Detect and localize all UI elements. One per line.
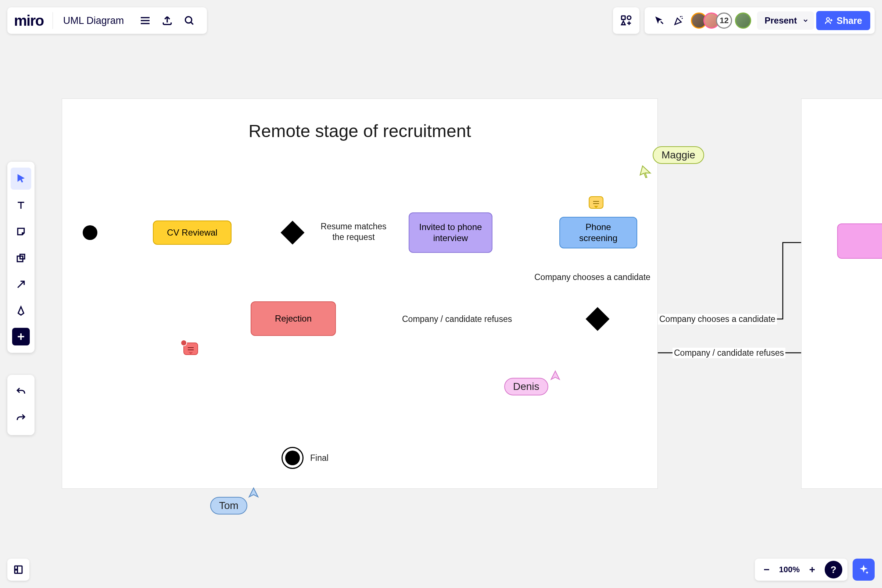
cursor-tag-denis: Denis bbox=[504, 378, 548, 395]
node-label: Rejection bbox=[275, 313, 312, 324]
apps-icon bbox=[620, 14, 633, 27]
text-icon bbox=[15, 200, 27, 211]
node-label: Phone screening bbox=[566, 222, 631, 244]
share-button[interactable]: Share bbox=[816, 11, 870, 30]
edge-label-resume-matches: Resume matches the request bbox=[317, 221, 390, 243]
hamburger-icon bbox=[139, 15, 151, 27]
present-button[interactable]: Present bbox=[757, 11, 814, 30]
node-phone-screening[interactable]: Phone screening bbox=[560, 217, 637, 248]
tool-pen[interactable] bbox=[10, 300, 31, 322]
cursor-tag-tom: Tom bbox=[210, 497, 248, 514]
search-button[interactable] bbox=[180, 12, 198, 29]
search-icon bbox=[183, 15, 195, 27]
cursor-denis-icon bbox=[549, 369, 561, 381]
tool-sticky-note[interactable] bbox=[10, 220, 31, 243]
svg-point-28 bbox=[16, 569, 17, 570]
minus-icon bbox=[762, 565, 771, 574]
tool-text[interactable] bbox=[10, 194, 31, 216]
bottom-right-group: 100% ? bbox=[755, 559, 874, 580]
reactions-button[interactable] bbox=[670, 11, 688, 30]
node-label: CV Reviewal bbox=[167, 227, 217, 238]
chevron-down-icon bbox=[802, 17, 809, 24]
cursor-mode-button[interactable] bbox=[650, 11, 668, 30]
frame-main[interactable]: Remote stage of recruitment bbox=[62, 99, 658, 489]
tool-arrow[interactable] bbox=[10, 273, 31, 296]
cursor-tom-icon bbox=[247, 486, 260, 499]
svg-line-16 bbox=[191, 22, 193, 24]
divider bbox=[52, 12, 53, 29]
undo-icon bbox=[15, 386, 27, 397]
left-toolbar bbox=[8, 162, 34, 353]
pointer-icon bbox=[15, 173, 27, 184]
menu-button[interactable] bbox=[136, 12, 154, 29]
node-label: Invited to phone interview bbox=[415, 222, 486, 244]
cursor-tag-maggie: Maggie bbox=[652, 146, 704, 164]
top-right-group: 12 Present Share bbox=[613, 8, 874, 34]
export-button[interactable] bbox=[158, 12, 176, 29]
frames-panel-button[interactable] bbox=[8, 559, 29, 580]
share-label: Share bbox=[837, 15, 862, 26]
zoom-in-button[interactable] bbox=[803, 561, 821, 579]
end-label: Final bbox=[309, 453, 330, 464]
tool-add-more[interactable] bbox=[12, 328, 30, 345]
pen-icon bbox=[15, 305, 27, 316]
zoom-out-button[interactable] bbox=[758, 561, 776, 579]
svg-point-20 bbox=[826, 18, 830, 21]
person-plus-icon bbox=[824, 16, 833, 25]
redo-icon bbox=[15, 413, 27, 424]
cursor-arrow-icon bbox=[653, 15, 664, 26]
edge-label-company-chooses-2: Company chooses a candidate bbox=[658, 314, 777, 324]
svg-rect-17 bbox=[622, 16, 626, 20]
end-node[interactable] bbox=[282, 447, 303, 469]
help-button[interactable]: ? bbox=[825, 561, 842, 579]
avatar-overflow-count[interactable]: 12 bbox=[716, 12, 732, 28]
shapes-icon bbox=[15, 252, 27, 264]
board-title[interactable]: UML Diagram bbox=[54, 15, 135, 27]
undo-button[interactable] bbox=[10, 381, 31, 403]
zoom-controls: 100% ? bbox=[755, 559, 848, 580]
tool-select[interactable] bbox=[10, 168, 31, 190]
svg-point-18 bbox=[627, 16, 631, 20]
node-rejection[interactable]: Rejection bbox=[250, 302, 336, 336]
ai-assist-button[interactable] bbox=[853, 559, 874, 580]
miro-logo[interactable]: miro bbox=[14, 12, 52, 29]
collab-group: 12 Present Share bbox=[645, 8, 874, 34]
present-label: Present bbox=[764, 15, 797, 26]
comment-indicator-unread[interactable] bbox=[183, 342, 198, 355]
apps-button[interactable] bbox=[613, 8, 639, 34]
comment-indicator-phone-screening[interactable] bbox=[589, 196, 603, 209]
top-left-group: miro UML Diagram bbox=[8, 8, 207, 34]
svg-line-19 bbox=[661, 22, 663, 24]
party-icon bbox=[673, 15, 685, 27]
history-toolbar bbox=[8, 375, 34, 435]
sparkle-icon bbox=[858, 564, 870, 576]
redo-button[interactable] bbox=[10, 407, 31, 429]
plus-icon bbox=[15, 331, 27, 342]
frame-secondary[interactable] bbox=[801, 99, 882, 489]
cursor-maggie-icon bbox=[639, 165, 652, 178]
plus-icon bbox=[808, 565, 817, 574]
node-invited-phone[interactable]: Invited to phone interview bbox=[409, 212, 492, 253]
svg-point-15 bbox=[186, 16, 192, 23]
edge-label-company-chooses-1: Company chooses a candidate bbox=[533, 272, 652, 283]
svg-line-23 bbox=[18, 281, 24, 288]
frame-title[interactable]: Remote stage of recruitment bbox=[62, 121, 657, 141]
collaborator-avatars[interactable]: 12 bbox=[691, 12, 751, 28]
tool-shapes[interactable] bbox=[10, 247, 31, 269]
node-cv-reviewal[interactable]: CV Reviewal bbox=[153, 220, 231, 245]
avatar-user-self[interactable] bbox=[735, 12, 751, 28]
edge-label-company-refuses-1: Company / candidate refuses bbox=[400, 314, 513, 324]
start-node[interactable] bbox=[82, 225, 98, 240]
arrow-icon bbox=[15, 279, 27, 290]
panel-icon bbox=[13, 564, 24, 575]
upload-icon bbox=[161, 15, 173, 27]
edge-label-company-refuses-2: Company / candidate refuses bbox=[672, 348, 785, 358]
node-next-stage[interactable] bbox=[837, 224, 882, 259]
top-bar: miro UML Diagram bbox=[8, 8, 874, 34]
sticky-note-icon bbox=[15, 226, 27, 237]
zoom-level[interactable]: 100% bbox=[776, 565, 803, 574]
canvas[interactable]: Remote stage of recruitment CV Reviewal … bbox=[0, 0, 882, 588]
